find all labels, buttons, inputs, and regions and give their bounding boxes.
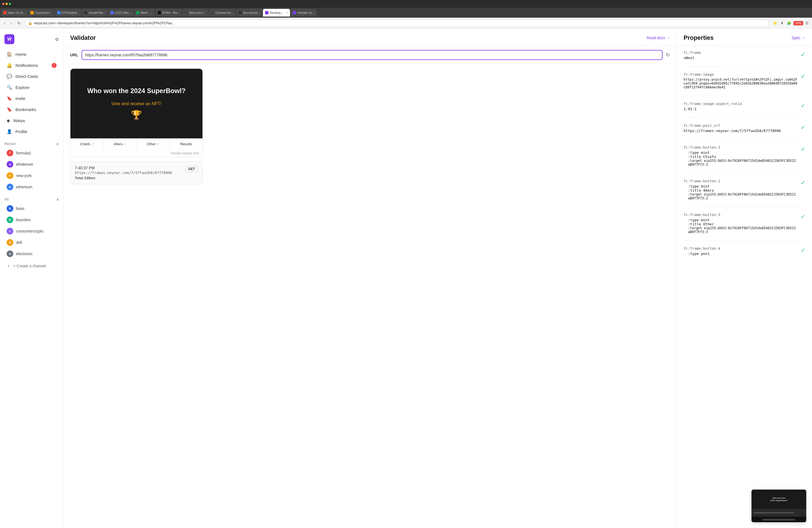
browser-tab-8[interactable]: Contract Ac... <box>209 9 236 17</box>
tab-close-10[interactable]: ✕ <box>286 11 288 14</box>
request-log: 7:40:37 PM https://frames.neynar.com/f/5… <box>70 162 203 184</box>
electronic-avatar: e <box>6 250 13 257</box>
bookmark-icon[interactable]: ⭐ <box>772 20 778 26</box>
prop-button-3: fc:frame:button:3 :type mint :title Othe… <box>684 212 806 234</box>
get-method-badge[interactable]: GET <box>185 166 198 172</box>
tab-favicon-1 <box>30 11 34 14</box>
url-bar: URL ↻ <box>63 46 677 64</box>
sidebar-item-profile[interactable]: 👤 Profile <box>2 126 61 137</box>
frame-button-chiefs[interactable]: Chiefs ↗ <box>70 138 104 149</box>
sidebar-item-new-york[interactable]: n new-york <box>2 170 61 181</box>
forward-button[interactable]: › <box>9 20 14 27</box>
validator-header: Validator Read docs → <box>63 29 677 46</box>
browser-tab-4[interactable]: (137) Disc... <box>108 9 133 17</box>
sidebar-item-ethereum[interactable]: e ethereum <box>2 181 61 192</box>
log-url: https://frames.neynar.com/f/57faa2b8/877… <box>75 171 182 175</box>
tab-favicon-5 <box>136 11 140 14</box>
url-input[interactable] <box>82 50 663 60</box>
prop-button-2: fc:frame:button:2 :type mint :title 49er… <box>684 179 806 200</box>
prop-key-fc-frame-image: fc:frame:image <box>684 72 797 76</box>
recent-toggle[interactable]: ∧ <box>56 142 59 146</box>
url-label: URL <box>70 53 78 57</box>
log-info: 7:40:37 PM https://frames.neynar.com/f/5… <box>75 166 182 180</box>
browser-tab-10[interactable]: Develop...✕ <box>263 9 290 17</box>
sidebar-item-bookmarks[interactable]: 🔖 Bookmarks <box>2 104 61 115</box>
browser-tab-0[interactable]: Inbox (4,10... <box>1 9 28 17</box>
prop-fc-frame: fc:frame vNext ✓ <box>684 50 806 60</box>
sidebar-item-explore[interactable]: 🔍 Explore <box>2 82 61 93</box>
sidebar-item-ethdenver[interactable]: e ethdenver <box>2 159 61 170</box>
sidebar-item-home[interactable]: 🏠 Home <box>2 49 61 60</box>
tab-favicon-0 <box>3 11 6 14</box>
log-row: 7:40:37 PM https://frames.neynar.com/f/5… <box>75 166 198 180</box>
prop-content-fc-frame: fc:frame vNext <box>684 50 797 60</box>
download-icon[interactable]: ⬇ <box>779 20 785 26</box>
settings-icon[interactable]: ⚙ <box>55 37 59 42</box>
prop-row-post-url: fc:frame:post_url https://frames.neynar.… <box>684 123 806 133</box>
sidebar-item-bounties[interactable]: b bounties <box>2 214 61 225</box>
properties-panel: Properties Spec → fc:frame vNext ✓ fc:fr… <box>677 29 812 528</box>
ethdenver-label: ethdenver <box>16 162 33 166</box>
defi-avatar: d <box>6 239 13 246</box>
read-docs-link[interactable]: Read docs → <box>647 35 670 40</box>
menu-icon[interactable]: ☰ <box>804 20 810 26</box>
frame-button-49ers[interactable]: 49ers ↗ <box>104 138 137 149</box>
prop-post-url: fc:frame:post_url https://frames.neynar.… <box>684 123 806 133</box>
browser-tab-3[interactable]: vishakh/far... <box>82 9 108 17</box>
prop-row-fc-frame: fc:frame vNext ✓ <box>684 50 806 60</box>
url-refresh-button[interactable]: ↻ <box>666 52 670 58</box>
browser-tab-6[interactable]: ZORA - Ma... <box>156 9 182 17</box>
prop-key-post-url: fc:frame:post_url <box>684 123 797 128</box>
sidebar-item-notifications[interactable]: 🔔 Notifications 1 <box>2 60 61 71</box>
address-text: warpcast.com/~/developers/frames?url=htt… <box>34 21 766 25</box>
sidebar-item-direct-casts[interactable]: 💬 Direct Casts <box>2 71 61 82</box>
prop-value-aspect-ratio: 1.91:1 <box>684 107 797 111</box>
prop-row-fc-frame-image: fc:frame:image https://proxy.wrpcd.net/?… <box>684 72 806 89</box>
sidebar-item-base[interactable]: b base <box>2 203 61 214</box>
prop-key-button-3: fc:frame:button:3 <box>684 212 797 217</box>
browser-tab-2[interactable]: ETHGlobal... <box>55 9 81 17</box>
window-minimize-dot[interactable] <box>5 3 8 5</box>
frame-button-other[interactable]: Other ↗ <box>137 138 170 149</box>
prop-row-button-4: fc:frame:button:4 :type post ✓ <box>684 246 806 256</box>
prop-key-button-4: fc:frame:button:4 <box>684 246 797 250</box>
base-avatar: b <box>6 205 13 212</box>
frame-source: frames.neynar.com <box>70 149 202 157</box>
sidebar-item-consumercrypto[interactable]: c consumercrypto <box>2 225 61 237</box>
frame-button-results[interactable]: Results <box>170 138 202 149</box>
browser-tab-7[interactable]: Who won t... <box>183 9 208 17</box>
consumercrypto-avatar: c <box>6 228 13 234</box>
prop-row-aspect-ratio: fc:frame:image:aspect_ratio 1.91:1 ✓ <box>684 102 806 111</box>
address-bar[interactable]: 🔒 warpcast.com/~/developers/frames?url=h… <box>25 19 769 27</box>
prop-row-button-1: fc:frame:button:1 :type mint :title Chie… <box>684 145 806 166</box>
all-toggle[interactable]: ∧ <box>56 197 59 202</box>
properties-header: Properties Spec → <box>677 29 812 46</box>
spec-link[interactable]: Spec → <box>792 35 806 40</box>
frame-card: Who won the 2024 SuperBowl? Vote and rec… <box>70 69 203 157</box>
window-maximize-dot[interactable] <box>9 3 11 5</box>
create-channel-button[interactable]: ＋ + Create a channel <box>2 261 61 271</box>
mini-thumb-image: Who won the2024 SuperBowl? <box>752 489 806 509</box>
sidebar-item-warps[interactable]: ◆ Warps <box>2 115 61 126</box>
frame-question: Who won the 2024 SuperBowl? <box>81 87 192 95</box>
tab-label-11: Vishakh on... <box>297 11 315 14</box>
frame-button-other-label: Other <box>147 142 156 146</box>
window-close-dot[interactable] <box>2 3 4 5</box>
reload-button[interactable]: ↻ <box>16 20 23 27</box>
prop-check-fc-frame-image: ✓ <box>801 73 806 79</box>
back-button[interactable]: ‹ <box>2 20 7 27</box>
browser-tab-1[interactable]: Cryptonom... <box>28 9 54 17</box>
sidebar-item-electronic[interactable]: e electronic <box>2 248 61 259</box>
formula1-label: formula1 <box>16 151 31 155</box>
sidebar-item-formula1[interactable]: f formula1 <box>2 147 61 159</box>
new-york-avatar: n <box>6 172 13 179</box>
browser-tab-9[interactable]: dev.neynar... <box>236 9 262 17</box>
sidebar-item-defi[interactable]: d defi <box>2 237 61 248</box>
browser-tab-5[interactable]: Meet - ... <box>134 9 155 17</box>
prop-content-post-url: fc:frame:post_url https://frames.neynar.… <box>684 123 797 133</box>
sidebar-item-invite[interactable]: 🔖 Invite <box>2 93 61 104</box>
extensions-icon[interactable]: 🧩 <box>786 20 793 26</box>
browser-tab-11[interactable]: Vishakh on... <box>291 9 317 17</box>
vpn-icon[interactable]: VPN <box>794 21 803 25</box>
prop-content-button-2: fc:frame:button:2 :type mint :title 49er… <box>684 179 797 200</box>
